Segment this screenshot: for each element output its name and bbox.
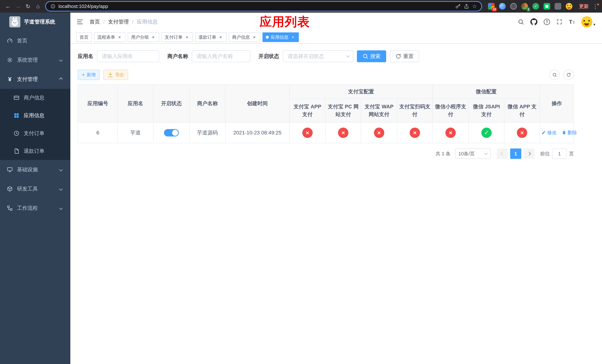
data-table: 应用编号 应用名 开启状态 商户名称 创建时间 支付宝配置 微信配置 操作 支付… [78,85,574,143]
select-placeholder: 请选择开启状态 [288,53,346,60]
toggle-search-button[interactable] [549,70,560,80]
close-icon[interactable]: × [184,35,190,40]
reset-button[interactable]: 重置 [390,50,419,62]
trash-icon [562,130,566,135]
browser-reload-icon[interactable]: ↻ [23,1,33,11]
breadcrumb-separator: / [132,19,134,25]
sidebar-item-dev-tools[interactable]: 研发工具 [0,179,70,198]
extension-colorful-grid-icon[interactable]: 10 [487,2,495,10]
app-title: 芋道管理系统 [24,18,55,25]
chevron-down-icon [59,206,63,210]
extension-puzzle-icon[interactable] [554,2,562,10]
extension-dark-circle-icon[interactable] [509,2,517,10]
sidebar-item-app-info[interactable]: 应用信息 [0,107,70,124]
user-menu[interactable]: ▾ [581,16,595,27]
help-icon[interactable]: ? [544,19,550,25]
sidebar-item-label: 工作流程 [17,204,38,212]
sidebar-item-system[interactable]: 系统管理 [0,50,70,70]
cell-merchant: 芋道源码 [190,122,225,143]
delete-button[interactable]: 删除 [562,129,577,136]
search-button[interactable]: 搜索 [357,50,386,62]
github-icon[interactable] [530,18,538,25]
extension-blue-drop-icon[interactable] [498,2,506,10]
header-search-icon[interactable] [518,19,524,25]
bookmark-star-icon[interactable]: ☆ [472,3,477,10]
close-icon[interactable]: × [252,35,257,40]
tab-merchant-info[interactable]: 商户信息× [229,32,260,42]
breadcrumb-payment[interactable]: 支付管理 [108,18,129,25]
site-info-icon[interactable] [50,4,55,9]
sidebar-item-label: 支付管理 [17,76,38,83]
sidebar-item-payment[interactable]: ¥ 支付管理 [0,70,70,89]
sidebar-item-home[interactable]: 首页 [0,31,70,50]
chrome-update-button[interactable]: 更新 [576,3,592,10]
chevron-down-icon [59,58,63,62]
search-form: 应用名 商户名称 开启状态 请选择开启状态 搜索 重置 [78,50,574,62]
sidebar-item-payment-orders[interactable]: 支付订单 [0,124,70,142]
password-key-icon[interactable] [455,3,461,9]
workflow-icon [7,205,13,211]
close-icon[interactable]: × [218,35,223,40]
status-switch[interactable] [164,129,179,137]
share-icon[interactable] [464,3,469,9]
tab-app-info[interactable]: 应用信息× [262,32,299,42]
tags-view-bar: 首页 流程表单× 用户分组× 支付订单× 退款订单× 商户信息× 应用信息× [70,31,602,44]
extension-wechat-devtools-icon[interactable] [543,2,551,10]
breadcrumb-home[interactable]: 首页 [90,18,100,25]
font-size-icon[interactable]: TT [569,19,575,25]
tab-user-group[interactable]: 用户分组× [128,32,159,42]
sidebar-item-workflow[interactable]: 工作流程 [0,198,70,218]
wx-mini-status-icon: × [445,128,456,138]
col-alipay-pc: 支付宝 PC 网站支付 [325,99,361,122]
sidebar-item-infrastructure[interactable]: 基础设施 [0,160,70,179]
close-icon[interactable]: × [290,35,295,40]
browser-back-icon[interactable]: ← [3,1,13,11]
plus-icon: + [82,72,85,77]
sidebar-item-label: 退款订单 [24,148,44,155]
close-icon[interactable]: × [117,35,122,40]
page-size-select[interactable]: 10条/页 [455,149,491,159]
active-dot [266,36,269,39]
tab-home[interactable]: 首页 [76,32,92,42]
merchant-name-input[interactable] [192,50,250,62]
tab-process-form[interactable]: 流程表单× [94,32,126,42]
add-button[interactable]: +新增 [78,70,100,80]
wx-jsapi-status-icon: ✓ [481,128,492,138]
refresh-table-button[interactable] [563,70,574,80]
tab-payment-orders[interactable]: 支付订单× [161,32,193,42]
tab-refund-orders[interactable]: 退款订单× [195,32,226,42]
close-icon[interactable]: × [151,35,156,40]
alipay-pc-status-icon: × [338,128,348,138]
sidebar-toggle-icon[interactable] [76,18,84,26]
page-1-button[interactable]: 1 [510,149,521,159]
url-bar[interactable]: localhost:1024/pay/app ☆ [45,1,482,11]
col-wx-mini: 微信小程序支付 [433,99,469,122]
sidebar-item-merchant-info[interactable]: 商户信息 [0,89,70,107]
export-button[interactable]: 导出 [103,70,128,80]
alipay-wap-status-icon: × [374,128,384,138]
app-name-input[interactable] [97,50,159,62]
fullscreen-icon[interactable] [556,19,563,25]
browser-forward-icon[interactable]: → [13,1,23,11]
extension-avatar-icon[interactable]: 1 [521,2,529,10]
status-select[interactable]: 请选择开启状态 [283,50,353,62]
browser-home-icon[interactable]: ⌂ [33,1,43,11]
dashboard-icon [7,38,13,44]
prev-page-button[interactable] [497,149,508,159]
page-goto-input[interactable] [552,149,567,159]
alipay-app-status-icon: × [302,128,313,138]
extension-green-check-icon[interactable]: ✓ [532,2,540,10]
edit-button[interactable]: 修改 [541,129,557,136]
top-navbar: 首页 / 支付管理 / 应用信息 应用列表 ? TT ▾ [70,13,602,31]
col-wx-jsapi: 微信 JSAPI 支付 [469,99,504,122]
browser-menu-icon[interactable]: ⋮ [592,3,599,10]
extension-badge: 10 [492,7,497,11]
chevron-down-icon [484,151,488,155]
next-page-button[interactable] [524,149,535,159]
chevron-down-icon [346,54,350,58]
merchant-name-label: 商户名称 [167,53,188,60]
sidebar-item-refund-orders[interactable]: 退款订单 [0,142,70,160]
sidebar-item-label: 系统管理 [17,56,38,64]
extension-face-icon[interactable] [565,2,573,10]
cell-created: 2021-10-23 08:49:25 [225,122,290,143]
